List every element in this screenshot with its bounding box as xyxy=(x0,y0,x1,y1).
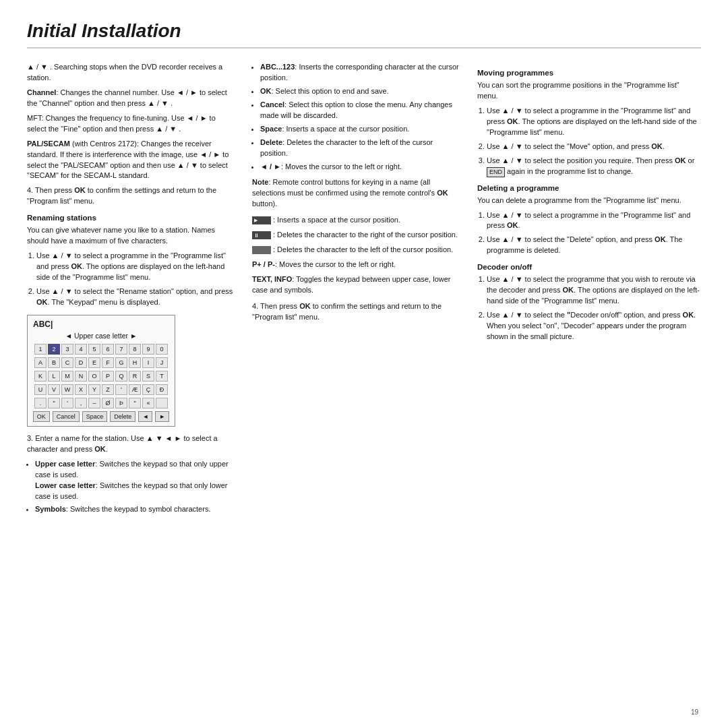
key-3[interactable]: 3 xyxy=(61,344,73,355)
keypad-case-row: ◄ Upper case letter ► xyxy=(33,332,169,340)
intro-palsecam: PAL/SECAM (with Centros 2172): Changes t… xyxy=(27,139,236,182)
middle-column: ABC...123: Inserts the corresponding cha… xyxy=(252,62,461,519)
key-I[interactable]: I xyxy=(142,357,154,368)
renaming-step-1: Use ▲ / ▼ to select a programme in the "… xyxy=(36,251,236,283)
moving-intro: You can sort the programme positions in … xyxy=(477,80,701,102)
page-number: 19 xyxy=(691,708,698,716)
intro-channel: Channel: Changes the channel number. Use… xyxy=(27,88,236,109)
key-C[interactable]: C xyxy=(61,357,73,368)
key-2[interactable]: 2 xyxy=(48,344,60,355)
key-N[interactable]: N xyxy=(75,371,87,382)
key-E[interactable]: E xyxy=(88,357,100,368)
keypad-row1: 1 2 3 4 5 6 7 8 9 0 xyxy=(33,344,169,355)
key-oslash[interactable]: Ø xyxy=(102,398,114,408)
key-R[interactable]: R xyxy=(129,371,141,382)
key-laquo[interactable]: « xyxy=(142,398,154,408)
key-U[interactable]: U xyxy=(34,384,47,395)
key-cc[interactable]: Ç xyxy=(142,384,154,395)
icon-stop-line: : Deletes the character to the left of t… xyxy=(252,245,461,255)
keypad-abc: ABC| xyxy=(33,320,169,329)
renaming-intro: You can give whatever name you like to a… xyxy=(27,225,236,247)
key-0[interactable]: 0 xyxy=(156,344,168,355)
key-L[interactable]: L xyxy=(48,371,60,382)
keypad-left-arrow: ◄ xyxy=(65,332,72,340)
keypad-delete-btn[interactable]: Delete xyxy=(110,411,135,422)
key-G[interactable]: G xyxy=(115,357,127,368)
keypad-row2: A B C D E F G H I J xyxy=(33,357,169,368)
key-F[interactable]: F xyxy=(102,357,114,368)
key-eth[interactable]: Ð xyxy=(156,384,168,395)
key-K[interactable]: K xyxy=(34,371,47,382)
key-ae[interactable]: Æ xyxy=(129,384,141,395)
keypad-left-btn[interactable]: ◄ xyxy=(138,411,152,422)
deleting-intro: You can delete a programme from the "Pro… xyxy=(477,195,701,206)
key-comma[interactable]: , xyxy=(75,398,87,408)
key-quote[interactable]: " xyxy=(48,398,60,408)
moving-steps: Use ▲ / ▼ to select a programme in the "… xyxy=(477,106,701,177)
keypad-case-label: Upper case letter xyxy=(74,332,128,340)
keypad-space-btn[interactable]: Space xyxy=(82,411,108,422)
deleting-heading: Deleting a programme xyxy=(477,184,701,192)
bullet-upper: Upper case letter: Switches the keypad s… xyxy=(35,459,236,502)
decoder-step-2: Use ▲ / ▼ to select the "Decoder on/off"… xyxy=(487,310,701,342)
keypad-display: ABC| ◄ Upper case letter ► 1 2 3 4 5 6 7… xyxy=(27,315,175,427)
deleting-step-1: Use ▲ / ▼ to select a programme in the "… xyxy=(487,210,701,232)
key-D[interactable]: D xyxy=(75,357,87,368)
key-V[interactable]: V xyxy=(48,384,60,395)
key-M[interactable]: M xyxy=(61,371,73,382)
key-empty xyxy=(156,398,168,408)
key-dquote[interactable]: " xyxy=(129,398,141,408)
deleting-steps: Use ▲ / ▼ to select a programme in the "… xyxy=(477,210,701,257)
key-Z[interactable]: Z xyxy=(102,384,114,395)
key-O[interactable]: O xyxy=(88,371,100,382)
keypad-row5: . " ' , – Ø Þ " « xyxy=(33,398,169,408)
end-button-icon: END xyxy=(487,167,505,177)
bullet-symbols: Symbols: Switches the keypad to symbol c… xyxy=(35,504,236,515)
key-thorn[interactable]: Þ xyxy=(115,398,127,408)
keypad-right-arrow: ► xyxy=(130,332,137,340)
bullet-arrows: ◄ / ►: Moves the cursor to the left or r… xyxy=(260,162,461,173)
key-H[interactable]: H xyxy=(129,357,141,368)
bullet-ok: OK: Select this option to end and save. xyxy=(260,86,461,97)
key-dash[interactable]: – xyxy=(88,398,100,408)
key-T[interactable]: T xyxy=(156,371,168,382)
key-tick[interactable]: ' xyxy=(61,398,73,408)
key-5[interactable]: 5 xyxy=(88,344,100,355)
key-9[interactable]: 9 xyxy=(142,344,154,355)
key-W[interactable]: W xyxy=(61,384,73,395)
key-A[interactable]: A xyxy=(34,357,47,368)
key-6[interactable]: 6 xyxy=(102,344,114,355)
step3-enter-name: 3. Enter a name for the station. Use ▲ ▼… xyxy=(27,433,236,455)
key-apos[interactable]: ' xyxy=(115,384,127,395)
key-1[interactable]: 1 xyxy=(34,344,47,355)
key-7[interactable]: 7 xyxy=(115,344,127,355)
key-B[interactable]: B xyxy=(48,357,60,368)
page-title: Initial Installation xyxy=(27,20,701,49)
key-X[interactable]: X xyxy=(75,384,87,395)
bullet-delete: Delete: Deletes the character to the lef… xyxy=(260,138,461,159)
keypad-row4: U V W X Y Z ' Æ Ç Ð xyxy=(33,384,169,395)
key-Y[interactable]: Y xyxy=(88,384,100,395)
renaming-steps: Use ▲ / ▼ to select a programme in the "… xyxy=(27,251,236,308)
icon-lines: ▶ : Inserts a space at the cursor positi… xyxy=(252,215,461,255)
intro-mft: MFT: Changes the frequency to fine-tunin… xyxy=(27,113,236,135)
keypad-ok-btn[interactable]: OK xyxy=(33,411,50,422)
key-4[interactable]: 4 xyxy=(75,344,87,355)
keypad-right-btn[interactable]: ► xyxy=(155,411,169,422)
bullet-space: Space: Inserts a space at the cursor pos… xyxy=(260,124,461,135)
textinfo-line: TEXT, INFO: Toggles the keypad between u… xyxy=(252,274,461,296)
key-Q[interactable]: Q xyxy=(115,371,127,382)
key-S[interactable]: S xyxy=(142,371,154,382)
moving-step-3: Use ▲ / ▼ to select the position you req… xyxy=(487,156,701,177)
keypad-cancel-btn[interactable]: Cancel xyxy=(53,411,80,422)
key-period[interactable]: . xyxy=(34,398,47,408)
decoder-steps: Use ▲ / ▼ to select the programme that y… xyxy=(477,274,701,342)
key-J[interactable]: J xyxy=(156,357,168,368)
intro-searching: ▲ / ▼ . Searching stops when the DVD rec… xyxy=(27,62,236,84)
bullet-abc123: ABC...123: Inserts the corresponding cha… xyxy=(260,62,461,84)
key-P[interactable]: P xyxy=(102,371,114,382)
decoder-step-1: Use ▲ / ▼ to select the programme that y… xyxy=(487,274,701,307)
key-8[interactable]: 8 xyxy=(129,344,141,355)
renaming-heading: Renaming stations xyxy=(27,214,236,222)
moving-step-2: Use ▲ / ▼ to select the "Move" option, a… xyxy=(487,142,701,152)
